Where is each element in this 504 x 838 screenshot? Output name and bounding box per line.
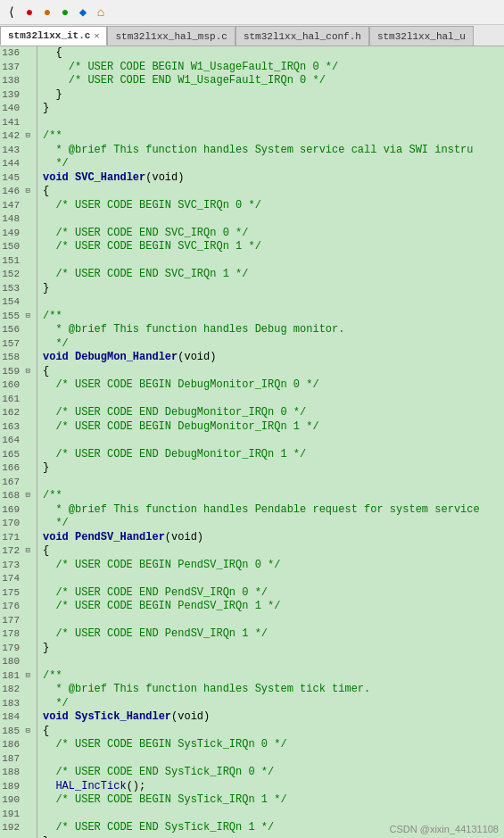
line-number: 193 <box>2 835 20 839</box>
line-number: 151 <box>2 254 20 269</box>
code-area: 136 137 138 139 140 141 142⊟143 144 145 … <box>0 46 504 838</box>
gutter-line: 170 <box>0 517 33 531</box>
line-number: 154 <box>2 295 20 310</box>
line-number: 170 <box>2 517 20 531</box>
gutter-line: 165 <box>0 448 33 462</box>
line-number: 181 <box>2 669 20 684</box>
gutter-line: 147 <box>0 199 33 213</box>
gutter-line: 146⊟ <box>0 185 33 199</box>
gutter-line: 178 <box>0 627 33 642</box>
code-line: /* USER CODE END SysTick_IRQn 0 */ <box>43 766 504 780</box>
line-number: 161 <box>2 393 20 407</box>
fold-icon[interactable]: ⊟ <box>21 365 30 379</box>
code-line <box>43 572 504 586</box>
line-number: 189 <box>2 780 20 794</box>
toolbar-icon-1[interactable]: ⟨ <box>4 4 20 21</box>
line-number: 142 <box>2 129 20 144</box>
gutter-line: 142⊟ <box>0 129 33 144</box>
gutter-line: 192 <box>0 821 33 835</box>
line-number: 146 <box>2 185 20 199</box>
gutter-line: 183 <box>0 697 33 711</box>
code-line <box>43 212 504 227</box>
code-line: /* USER CODE END SVC_IRQn 0 */ <box>43 227 504 241</box>
gutter-line: 177 <box>0 614 33 628</box>
line-number: 145 <box>2 171 20 186</box>
gutter-line: 160 <box>0 378 33 393</box>
code-line: * @brief This function handles System se… <box>43 144 504 158</box>
line-number: 168 <box>2 489 20 503</box>
code-line: /* USER CODE BEGIN DebugMonitor_IRQn 1 *… <box>43 420 504 435</box>
fold-icon[interactable]: ⊟ <box>21 725 30 739</box>
toolbar-icon-3[interactable]: ● <box>39 4 55 21</box>
fold-icon[interactable]: ⊟ <box>21 544 30 559</box>
gutter-line: 168⊟ <box>0 489 33 503</box>
gutter-line: 162 <box>0 406 33 420</box>
toolbar-icon-6[interactable]: ⌂ <box>93 4 109 21</box>
tab-stm32l1xx-hal-msp[interactable]: stm32l1xx_hal_msp.c <box>107 26 235 46</box>
fold-icon[interactable]: ⊟ <box>21 185 30 199</box>
line-number: 150 <box>2 240 20 254</box>
code-line: void SVC_Handler(void) <box>43 171 504 186</box>
code-line <box>43 752 504 767</box>
gutter-line: 172⊟ <box>0 544 33 559</box>
tab-bar: stm32l1xx_it.c ✕ stm32l1xx_hal_msp.c stm… <box>0 25 504 46</box>
line-number: 155 <box>2 310 20 324</box>
code-line: /* USER CODE BEGIN SVC_IRQn 0 */ <box>43 199 504 213</box>
code-line <box>43 655 504 669</box>
line-number: 187 <box>2 752 20 767</box>
fold-icon[interactable]: ⊟ <box>21 669 30 684</box>
gutter-line: 151 <box>0 254 33 269</box>
line-number: 185 <box>2 725 20 739</box>
gutter-line: 189 <box>0 780 33 794</box>
gutter-line: 179 <box>0 642 33 656</box>
code-line: /** <box>43 129 504 144</box>
toolbar-icon-4[interactable]: ● <box>57 4 73 21</box>
code-line: /* USER CODE END DebugMonitor_IRQn 1 */ <box>43 448 504 462</box>
line-number: 157 <box>2 337 20 352</box>
line-numbers: 136 137 138 139 140 141 142⊟143 144 145 … <box>0 46 37 838</box>
code-line: } <box>43 102 504 116</box>
tab-label-2: stm32l1xx_hal_msp.c <box>115 31 227 42</box>
code-line: } <box>43 282 504 296</box>
gutter-line: 148 <box>0 212 33 227</box>
gutter-line: 158 <box>0 351 33 365</box>
code-line: /* USER CODE END SVC_IRQn 1 */ <box>43 268 504 282</box>
code-line <box>43 808 504 822</box>
gutter-line: 164 <box>0 434 33 448</box>
gutter-line: 181⊟ <box>0 669 33 684</box>
code-line: */ <box>43 697 504 711</box>
line-number: 173 <box>2 559 20 573</box>
line-number: 144 <box>2 157 20 171</box>
tab-stm32l1xx-it[interactable]: stm32l1xx_it.c ✕ <box>0 26 107 46</box>
code-line: /** <box>43 669 504 684</box>
line-number: 140 <box>2 102 20 116</box>
line-number: 165 <box>2 448 20 462</box>
line-number: 162 <box>2 406 20 420</box>
code-line: { <box>43 365 504 379</box>
tab-label-3: stm32l1xx_hal_conf.h <box>244 31 361 42</box>
tab-stm32l1xx-hal-conf[interactable]: stm32l1xx_hal_conf.h <box>235 26 369 46</box>
line-number: 183 <box>2 697 20 711</box>
gutter-line: 163 <box>0 420 33 435</box>
code-line: /* USER CODE BEGIN W1_UsageFault_IRQn 0 … <box>43 61 504 75</box>
line-number: 141 <box>2 116 20 130</box>
code-content[interactable]: { /* USER CODE BEGIN W1_UsageFault_IRQn … <box>37 46 504 838</box>
fold-icon[interactable]: ⊟ <box>21 489 30 503</box>
code-line: { <box>43 46 504 61</box>
gutter-line: 159⊟ <box>0 365 33 379</box>
gutter-line: 137 <box>0 61 33 75</box>
gutter-line: 136 <box>0 46 33 61</box>
line-number: 137 <box>2 61 20 75</box>
code-line: { <box>43 185 504 199</box>
code-line: * @brief This function handles Debug mon… <box>43 323 504 337</box>
gutter-line: 139 <box>0 88 33 103</box>
line-number: 176 <box>2 600 20 614</box>
code-line: HAL_IncTick(); <box>43 780 504 794</box>
fold-icon[interactable]: ⊟ <box>21 129 30 144</box>
tab-close-1[interactable]: ✕ <box>94 30 99 41</box>
toolbar-icon-2[interactable]: ● <box>21 4 37 21</box>
line-number: 169 <box>2 503 20 518</box>
toolbar-icon-5[interactable]: ◆ <box>75 4 91 21</box>
fold-icon[interactable]: ⊟ <box>21 310 30 324</box>
tab-stm32l1xx-hal-u[interactable]: stm32l1xx_hal_u <box>369 26 474 46</box>
